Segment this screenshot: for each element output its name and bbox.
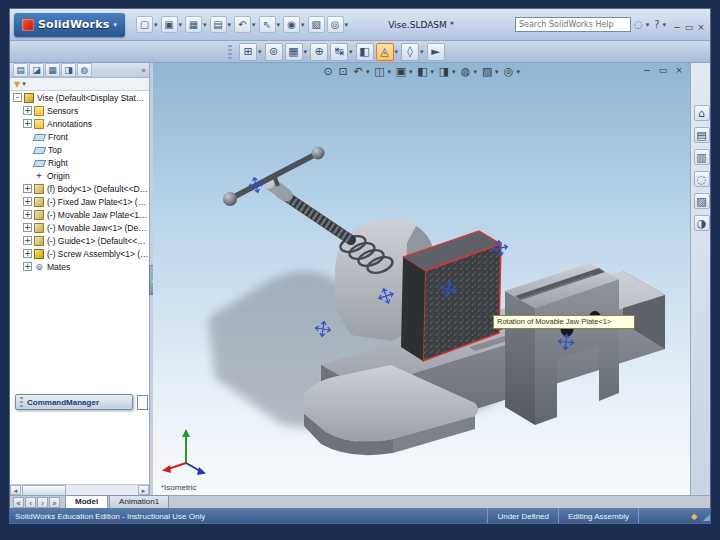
maximize-icon[interactable]: ▭ [683, 22, 695, 32]
show-hidden-components-icon[interactable]: ◧ [356, 43, 374, 61]
drag-grip-icon[interactable] [20, 397, 23, 407]
apply-scene-icon[interactable]: ▨ [480, 65, 494, 78]
hide-show-items-icon[interactable]: ◨ [437, 65, 451, 78]
reference-geometry-caret[interactable]: ▾ [420, 48, 424, 56]
previous-view-icon[interactable]: ↶ [351, 65, 365, 78]
tab-scroll-last-icon[interactable]: » [49, 497, 60, 508]
view-settings-caret[interactable]: ▾ [517, 68, 521, 76]
tree-item-front-plane[interactable]: +Front [10, 130, 149, 143]
expander-icon[interactable]: + [23, 262, 32, 271]
help-search-input[interactable] [515, 17, 631, 32]
tree-item-screw-assembly[interactable]: +(-) Screw Assembly<1> (Default<Default_… [10, 247, 149, 260]
solidworks-resources-icon[interactable]: ⌂ [694, 105, 710, 121]
move-component-icon[interactable]: ↹ [330, 43, 348, 61]
expander-icon[interactable]: - [13, 93, 22, 102]
select-caret[interactable]: ▾ [277, 21, 281, 29]
rebuild-caret[interactable]: ▾ [301, 21, 305, 29]
zoom-to-area-icon[interactable]: ⊡ [336, 65, 350, 78]
print-icon[interactable]: ▤ [210, 16, 227, 33]
edit-appearance-caret[interactable]: ▾ [474, 68, 478, 76]
display-style-icon[interactable]: ◧ [416, 65, 430, 78]
file-explorer-icon[interactable]: ▥ [694, 149, 710, 165]
scroll-left-icon[interactable]: ◂ [10, 485, 21, 495]
doc-close-icon[interactable]: × [673, 65, 685, 75]
zoom-to-fit-icon[interactable]: ⊙ [321, 65, 335, 78]
new-motion-study-icon[interactable]: ► [427, 43, 445, 61]
expander-icon[interactable]: + [23, 119, 32, 128]
insert-components-caret[interactable]: ▾ [258, 48, 262, 56]
reference-geometry-icon[interactable]: ◊ [401, 43, 419, 61]
view-orientation-icon[interactable]: ▣ [394, 65, 408, 78]
expander-icon[interactable]: + [23, 210, 32, 219]
panel-overflow-chevron-icon[interactable]: » [141, 66, 146, 75]
tree-item-right-plane[interactable]: +Right [10, 156, 149, 169]
view-orientation-caret[interactable]: ▾ [409, 68, 413, 76]
close-icon[interactable]: × [695, 22, 707, 32]
tree-item-annotations[interactable]: +Annotations [10, 117, 149, 130]
vise-3d-model[interactable] [153, 63, 690, 495]
display-style-caret[interactable]: ▾ [431, 68, 435, 76]
tab-animation1[interactable]: Animation1 [109, 495, 169, 508]
tab-scroll-next-icon[interactable]: › [37, 497, 48, 508]
undo-caret[interactable]: ▾ [252, 21, 256, 29]
expander-icon[interactable]: + [23, 223, 32, 232]
scroll-right-icon[interactable]: ▸ [138, 485, 149, 495]
linear-component-pattern-icon[interactable]: ▦ [285, 43, 303, 61]
expander-icon[interactable]: + [23, 197, 32, 206]
panel-horizontal-scrollbar[interactable]: ◂ ▸ [10, 484, 149, 495]
edit-appearance-icon[interactable]: ◍ [459, 65, 473, 78]
insert-components-icon[interactable]: ⊞ [239, 43, 257, 61]
open-document-icon[interactable]: ▣ [161, 16, 178, 33]
menu-caret-icon[interactable]: ▾ [113, 21, 117, 29]
tree-item-top-plane[interactable]: +Top [10, 143, 149, 156]
expander-icon[interactable]: + [23, 236, 32, 245]
print-caret[interactable]: ▾ [228, 21, 232, 29]
linear-component-pattern-caret[interactable]: ▾ [304, 48, 308, 56]
help-caret-icon[interactable]: ▾ [662, 21, 666, 29]
tree-item-movable-jaw-plate[interactable]: +(-) Movable Jaw Plate<1> (Default<<Defa… [10, 208, 149, 221]
help-icon[interactable]: ? [654, 19, 659, 30]
tab-scroll-first-icon[interactable]: « [13, 497, 24, 508]
tree-item-sensors[interactable]: +Sensors [10, 104, 149, 117]
new-document-caret[interactable]: ▾ [154, 21, 158, 29]
floating-toolbar-stub[interactable] [137, 395, 148, 410]
tree-item-body[interactable]: +(f) Body<1> (Default<<Default>_Display … [10, 182, 149, 195]
doc-restore-icon[interactable]: ▭ [657, 65, 669, 75]
save-icon[interactable]: ▦ [185, 16, 202, 33]
file-properties-icon[interactable]: ▧ [308, 16, 325, 33]
rebuild-icon[interactable]: ◉ [283, 16, 300, 33]
tree-item-mates[interactable]: +⊚Mates [10, 260, 149, 273]
search-caret-icon[interactable]: ▾ [646, 21, 650, 29]
apply-scene-caret[interactable]: ▾ [495, 68, 499, 76]
hide-show-items-caret[interactable]: ▾ [452, 68, 456, 76]
search-icon[interactable]: ◌ [634, 19, 643, 30]
tree-item-movable-jaw[interactable]: +(-) Movable Jaw<1> (Default<<Default>_D… [10, 221, 149, 234]
expander-icon[interactable]: + [23, 249, 32, 258]
undo-icon[interactable]: ↶ [234, 16, 251, 33]
tab-model[interactable]: Model [65, 495, 108, 508]
resize-grip-icon[interactable]: ◢ [703, 512, 711, 522]
toolbar-grip-handle[interactable] [228, 45, 232, 59]
dimxpertmanager-icon[interactable]: ◨ [61, 63, 76, 77]
graphics-area[interactable]: ⊙⊡↶▾◫▾▣▾◧▾◨▾◍▾▨▾◎▾ −▭× [153, 63, 690, 495]
mate-icon[interactable]: ⊚ [265, 43, 283, 61]
view-settings-icon[interactable]: ◎ [502, 65, 516, 78]
minimize-icon[interactable]: − [671, 22, 683, 32]
tree-item-fixed-jaw-plate[interactable]: +(-) Fixed Jaw Plate<1> (Default<<Defaul… [10, 195, 149, 208]
new-document-icon[interactable]: ▢ [136, 16, 153, 33]
open-document-caret[interactable]: ▾ [179, 21, 183, 29]
scrollbar-thumb[interactable] [22, 485, 66, 496]
options-caret[interactable]: ▾ [345, 21, 349, 29]
previous-view-caret[interactable]: ▾ [366, 68, 370, 76]
options-icon[interactable]: ◎ [327, 16, 344, 33]
save-caret[interactable]: ▾ [203, 21, 207, 29]
section-view-caret[interactable]: ▾ [388, 68, 392, 76]
tree-item-origin[interactable]: ++Origin [10, 169, 149, 182]
doc-minimize-icon[interactable]: − [641, 65, 653, 75]
select-icon[interactable]: ⇖ [259, 16, 276, 33]
expander-icon[interactable]: + [23, 106, 32, 115]
tree-item-guide[interactable]: +(-) Guide<1> (Default<<Default>_Display… [10, 234, 149, 247]
filter-funnel-icon[interactable]: ▼ [14, 80, 20, 89]
tree-item-vise-root[interactable]: -Vise (Default<Display State-1>) [10, 91, 149, 104]
expander-icon[interactable]: + [23, 184, 32, 193]
